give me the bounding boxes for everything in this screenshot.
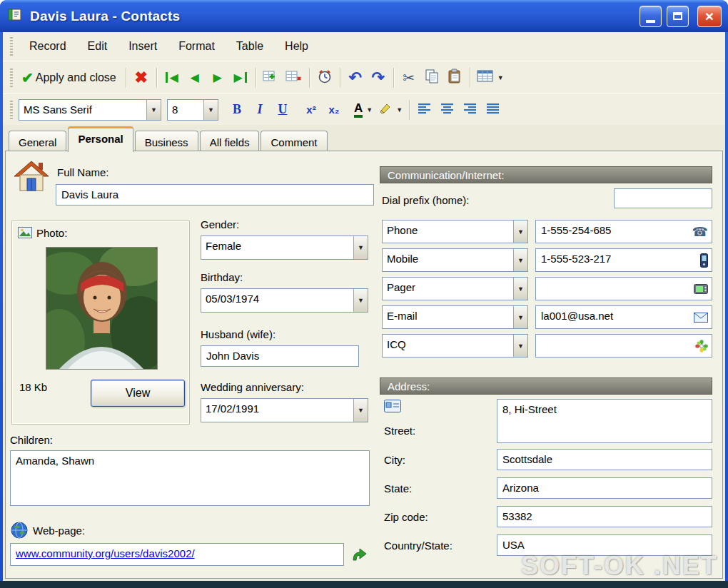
dial-prefix-label: Dial prefix (home): — [382, 194, 470, 206]
go-arrow-icon — [350, 547, 368, 562]
dial-prefix-field[interactable] — [614, 188, 712, 208]
icq-field[interactable] — [535, 334, 712, 358]
open-webpage-button[interactable] — [347, 543, 371, 566]
paste-button[interactable] — [443, 66, 466, 90]
menu-table[interactable]: Table — [226, 34, 274, 59]
app-icon — [6, 6, 24, 26]
state-field[interactable]: Arizona — [497, 477, 712, 499]
bold-button[interactable]: B — [226, 98, 248, 122]
remove-record-button[interactable] — [283, 66, 305, 90]
tab-personal[interactable]: Personal — [68, 126, 133, 152]
gender-combo[interactable]: Female ▼ — [201, 235, 368, 260]
tab-all-fields[interactable]: All fields — [200, 131, 260, 152]
email-icon — [694, 313, 708, 323]
street-field[interactable]: 8, Hi-Street — [497, 399, 712, 443]
chevron-down-icon[interactable]: ▼ — [203, 100, 218, 120]
country-label: Country/State: — [384, 539, 453, 552]
chevron-down-icon[interactable]: ▼ — [146, 100, 161, 120]
chevron-down-icon[interactable]: ▼ — [513, 220, 527, 243]
pager-type-combo[interactable]: Pager ▼ — [382, 277, 528, 300]
italic-button[interactable]: I — [248, 98, 271, 122]
chevron-down-icon[interactable]: ▼ — [513, 278, 527, 300]
font-size-combo[interactable]: 8 ▼ — [167, 99, 218, 121]
cut-button[interactable]: ✂ — [398, 66, 420, 90]
chevron-down-icon[interactable]: ▼ — [396, 106, 403, 113]
zip-code-field[interactable]: 53382 — [497, 506, 712, 527]
format-toolbar: MS Sans Serif ▼ 8 ▼ B I U x² x₂ A ▼ — [3, 93, 725, 125]
mobile-type-combo[interactable]: Mobile ▼ — [382, 248, 528, 272]
format-grip-handle[interactable] — [10, 101, 13, 119]
minimize-button[interactable] — [639, 6, 662, 27]
view-photo-button[interactable]: View — [91, 380, 185, 407]
phone-type-combo[interactable]: Phone ▼ — [382, 220, 528, 243]
alarm-clock-icon — [317, 69, 333, 87]
add-record-button[interactable] — [260, 66, 283, 90]
chevron-down-icon[interactable]: ▼ — [513, 335, 527, 357]
align-center-icon — [440, 103, 455, 117]
alarm-button[interactable] — [313, 66, 336, 90]
maximize-button[interactable] — [667, 6, 689, 27]
birthday-combo[interactable]: 05/03/1974 ▼ — [201, 288, 368, 313]
chevron-down-icon[interactable]: ▼ — [366, 106, 373, 113]
menu-record[interactable]: Record — [19, 34, 77, 59]
menu-grip-handle[interactable] — [10, 37, 13, 56]
highlighter-icon — [378, 101, 393, 118]
align-left-button[interactable] — [413, 98, 436, 122]
close-button[interactable]: × — [697, 6, 722, 27]
full-name-field[interactable]: Davis Laura — [56, 184, 374, 206]
menu-format[interactable]: Format — [168, 34, 226, 59]
menu-help[interactable]: Help — [274, 34, 319, 59]
table-menu-button[interactable]: ▼ — [474, 66, 507, 90]
chevron-down-icon[interactable]: ▼ — [353, 236, 368, 259]
menu-edit[interactable]: Edit — [77, 34, 118, 59]
justify-button[interactable] — [482, 98, 505, 122]
application-window: Davis Laura - Contacts × Record Edit Ins… — [0, 0, 728, 588]
menu-insert[interactable]: Insert — [118, 34, 168, 59]
align-right-button[interactable] — [459, 98, 482, 122]
tab-general[interactable]: General — [9, 131, 66, 152]
toolbar-separator — [256, 68, 256, 88]
highlight-button[interactable]: ▼ — [375, 98, 405, 122]
webpage-link[interactable]: www.community.org/users/davis2002/ — [16, 547, 195, 559]
font-color-button[interactable]: A ▼ — [351, 98, 375, 122]
delete-icon: ✖ — [135, 69, 148, 87]
justify-icon — [486, 103, 500, 117]
first-record-button[interactable]: ◀ — [161, 66, 183, 90]
email-field[interactable]: la001@usa.net — [535, 305, 712, 329]
superscript-button[interactable]: x² — [300, 98, 323, 122]
next-record-button[interactable]: ▶ — [206, 66, 229, 90]
toolbar-grip-handle[interactable] — [10, 69, 13, 87]
previous-record-button[interactable]: ◀ — [183, 66, 206, 90]
children-field[interactable]: Amanda, Shawn — [10, 450, 370, 506]
font-name-combo[interactable]: MS Sans Serif ▼ — [19, 99, 161, 121]
contact-photo — [46, 247, 158, 370]
toolbar-separator — [340, 68, 340, 88]
email-type-combo[interactable]: E-mail ▼ — [382, 305, 528, 329]
chevron-down-icon[interactable]: ▼ — [513, 306, 527, 328]
subscript-button[interactable]: x₂ — [323, 98, 345, 122]
pager-field[interactable] — [535, 277, 712, 300]
icq-type-combo[interactable]: ICQ ▼ — [382, 334, 528, 358]
align-center-button[interactable] — [436, 98, 459, 122]
chevron-down-icon[interactable]: ▼ — [353, 289, 368, 312]
tab-business[interactable]: Business — [135, 131, 198, 152]
phone-field[interactable]: 1-555-254-685 ☎ — [535, 220, 712, 243]
underline-button[interactable]: U — [271, 98, 294, 122]
title-bar[interactable]: Davis Laura - Contacts × — [0, 0, 728, 32]
delete-button[interactable]: ✖ — [130, 66, 153, 90]
copy-button[interactable] — [420, 66, 443, 90]
chevron-down-icon[interactable]: ▼ — [353, 399, 368, 422]
spouse-field[interactable]: John Davis — [201, 345, 359, 367]
mobile-field[interactable]: 1-555-523-217 — [535, 248, 712, 272]
chevron-down-icon[interactable]: ▼ — [513, 249, 527, 271]
last-record-button[interactable]: ▶ — [229, 66, 252, 90]
icq-flower-icon — [695, 340, 708, 353]
tab-comment[interactable]: Comment — [261, 131, 327, 152]
anniversary-combo[interactable]: 17/02/1991 ▼ — [201, 398, 368, 422]
redo-button[interactable]: ↷ — [367, 66, 390, 90]
photo-label: Photo: — [36, 227, 67, 239]
undo-button[interactable]: ↶ — [344, 66, 367, 90]
city-field[interactable]: Scottsdale — [497, 449, 712, 470]
webpage-field[interactable]: www.community.org/users/davis2002/ — [10, 543, 344, 566]
apply-and-close-button[interactable]: ✔ Apply and close — [19, 66, 122, 90]
